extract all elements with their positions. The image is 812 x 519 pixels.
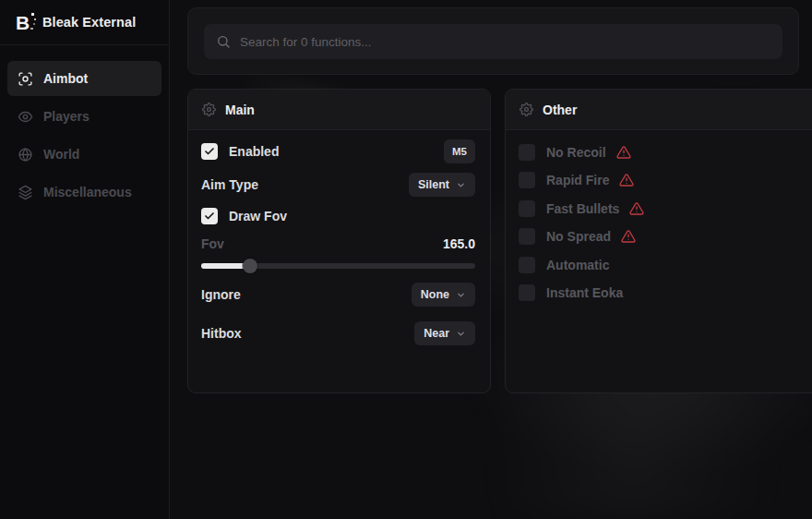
no-spread-checkbox[interactable] — [519, 228, 535, 245]
aim-type-value: Silent — [418, 178, 449, 191]
automatic-checkbox[interactable] — [519, 257, 535, 273]
hitbox-value: Near — [424, 327, 449, 340]
fov-slider-thumb[interactable] — [243, 259, 257, 273]
draw-fov-label: Draw Fov — [229, 209, 287, 223]
warning-icon — [621, 229, 636, 244]
search-input[interactable] — [240, 35, 770, 49]
search-container — [187, 7, 799, 75]
instant-eoka-label: Instant Eoka — [546, 285, 623, 300]
automatic-row[interactable]: Automatic — [519, 253, 807, 277]
warning-icon — [629, 201, 644, 216]
app-logo: B — [11, 11, 33, 33]
fov-row: Fov 165.0 — [201, 235, 475, 253]
sidebar-item-label: Players — [43, 109, 90, 124]
sidebar-header: B Bleak External — [0, 0, 169, 45]
enabled-checkbox[interactable] — [201, 143, 218, 160]
panel-other: Other No Recoil Rapid Fire — [505, 89, 812, 393]
ignore-label: Ignore — [201, 287, 241, 302]
focus-icon — [18, 71, 33, 87]
app-window: B Bleak External Aimbot — [0, 0, 812, 519]
no-spread-label: No Spread — [546, 229, 611, 244]
sidebar-item-miscellaneous[interactable]: Miscellaneous — [7, 175, 161, 210]
sidebar-item-label: Aimbot — [43, 71, 88, 86]
gear-icon — [519, 103, 533, 116]
no-spread-row[interactable]: No Spread — [519, 224, 807, 248]
enabled-keybind-button[interactable]: M5 — [444, 139, 475, 163]
logo-letter: B — [16, 13, 29, 32]
ignore-row: Ignore None — [201, 283, 475, 307]
chevron-down-icon — [456, 180, 466, 190]
search-icon — [216, 34, 231, 49]
enabled-row: Enabled M5 — [201, 139, 475, 163]
enabled-label: Enabled — [229, 144, 279, 159]
layers-icon — [18, 185, 33, 200]
gear-icon — [202, 103, 216, 116]
sidebar-item-world[interactable]: World — [7, 137, 161, 172]
panel-title: Main — [225, 103, 255, 117]
fast-bullets-row[interactable]: Fast Bullets — [519, 197, 807, 221]
warning-icon — [616, 145, 631, 160]
ignore-value: None — [421, 288, 449, 301]
fov-slider[interactable] — [201, 259, 475, 273]
sidebar-nav: Aimbot Players World — [0, 45, 169, 212]
fast-bullets-checkbox[interactable] — [519, 200, 535, 217]
rapid-fire-checkbox[interactable] — [519, 172, 535, 188]
hitbox-label: Hitbox — [201, 326, 242, 341]
panel-title: Other — [543, 103, 577, 117]
eye-icon — [18, 109, 33, 125]
no-recoil-checkbox[interactable] — [519, 144, 535, 161]
globe-icon — [18, 147, 33, 163]
panel-main-header: Main — [188, 90, 490, 130]
panel-main: Main Enabled M5 Aim Type Silent — [187, 89, 491, 393]
sidebar-item-label: World — [43, 147, 79, 162]
sidebar-item-label: Miscellaneous — [43, 185, 132, 199]
fov-value: 165.0 — [443, 236, 475, 251]
draw-fov-checkbox[interactable] — [201, 208, 218, 224]
instant-eoka-row[interactable]: Instant Eoka — [519, 281, 807, 305]
app-title: Bleak External — [42, 15, 136, 30]
instant-eoka-checkbox[interactable] — [519, 284, 535, 301]
aim-type-dropdown[interactable]: Silent — [409, 173, 475, 197]
fov-label: Fov — [201, 236, 224, 251]
content-area: Main Enabled M5 Aim Type Silent — [170, 0, 812, 519]
hitbox-row: Hitbox Near — [201, 321, 475, 345]
rapid-fire-label: Rapid Fire — [546, 173, 609, 187]
search-box[interactable] — [204, 24, 782, 59]
sidebar-item-aimbot[interactable]: Aimbot — [7, 61, 161, 96]
rapid-fire-row[interactable]: Rapid Fire — [519, 168, 807, 192]
chevron-down-icon — [456, 329, 466, 339]
chevron-down-icon — [456, 290, 466, 300]
check-icon — [204, 211, 215, 222]
hitbox-dropdown[interactable]: Near — [414, 321, 475, 345]
ignore-dropdown[interactable]: None — [412, 283, 475, 307]
no-recoil-label: No Recoil — [546, 145, 606, 160]
draw-fov-row: Draw Fov — [201, 204, 475, 228]
aim-type-label: Aim Type — [201, 177, 258, 192]
sidebar-item-players[interactable]: Players — [7, 99, 161, 134]
panel-other-header: Other — [506, 90, 812, 130]
automatic-label: Automatic — [546, 258, 609, 272]
warning-icon — [619, 173, 634, 187]
fast-bullets-label: Fast Bullets — [546, 201, 619, 216]
sidebar: B Bleak External Aimbot — [0, 0, 170, 519]
no-recoil-row[interactable]: No Recoil — [519, 140, 807, 164]
aim-type-row: Aim Type Silent — [201, 173, 475, 197]
check-icon — [204, 146, 215, 157]
